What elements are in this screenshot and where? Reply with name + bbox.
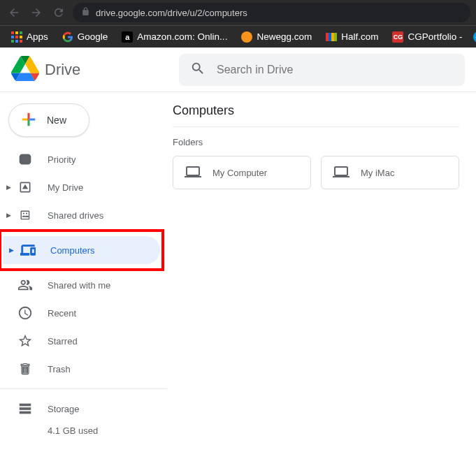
sidebar-item-label: My Drive: [48, 182, 83, 193]
svg-rect-4: [15, 36, 18, 38]
forward-button[interactable]: [28, 4, 45, 21]
sidebar-item-label: Computers: [50, 245, 95, 256]
url-bar[interactable]: drive.google.com/drive/u/2/computers: [73, 3, 470, 22]
mydrive-icon: [17, 179, 34, 196]
content-area: Computers Folders My Computer My iMac: [167, 92, 476, 436]
svg-rect-17: [20, 411, 31, 414]
sidebar: New Priority ▶ My Drive ▶ Shared drives: [0, 92, 167, 436]
search-box[interactable]: [179, 54, 465, 86]
drive-logo-text: Drive: [45, 61, 80, 79]
plus-icon: [19, 110, 38, 131]
svg-rect-10: [329, 33, 331, 41]
sidebar-item-label: Starred: [48, 336, 78, 347]
sidebar-item-trash[interactable]: Trash: [0, 355, 156, 383]
trash-icon: [17, 360, 34, 377]
reload-button[interactable]: [50, 4, 67, 21]
laptop-icon: [333, 163, 349, 182]
svg-point-13: [473, 31, 476, 43]
new-button-label: New: [47, 115, 66, 126]
back-button[interactable]: [6, 4, 22, 21]
svg-rect-7: [15, 40, 18, 43]
sidebar-item-label: Shared drives: [48, 210, 103, 221]
drive-logo-icon: [11, 54, 39, 85]
extension-icon[interactable]: [473, 31, 476, 43]
sidebar-item-storage[interactable]: Storage: [0, 395, 156, 423]
chevron-right-icon[interactable]: ▶: [4, 184, 13, 191]
svg-rect-2: [20, 31, 22, 34]
priority-icon: [17, 151, 34, 168]
svg-rect-0: [11, 31, 14, 34]
sidebar-item-shared-drives[interactable]: ▶ Shared drives: [0, 201, 156, 229]
divider: [0, 388, 167, 389]
bookmark-amazon[interactable]: a Amazon.com: Onlin...: [116, 29, 233, 45]
svg-rect-6: [11, 40, 14, 43]
folder-card[interactable]: My Computer: [173, 156, 311, 189]
sidebar-item-label: Recent: [48, 308, 76, 319]
svg-rect-15: [20, 404, 31, 407]
sidebar-item-shared-with-me[interactable]: Shared with me: [0, 271, 156, 299]
folder-name: My iMac: [361, 168, 394, 178]
bookmarks-bar: Apps Google a Amazon.com: Onlin... Neweg…: [0, 25, 476, 48]
computers-icon: [20, 242, 36, 258]
shared-drives-icon: [17, 207, 34, 224]
svg-rect-11: [331, 33, 334, 41]
sidebar-item-starred[interactable]: Starred: [0, 327, 156, 355]
sidebar-item-label: Priority: [48, 154, 75, 165]
browser-toolbar: drive.google.com/drive/u/2/computers: [0, 0, 476, 25]
bookmark-label: Half.com: [341, 31, 378, 42]
starred-icon: [17, 333, 34, 349]
sidebar-item-mydrive[interactable]: ▶ My Drive: [0, 173, 156, 201]
laptop-icon: [185, 163, 201, 182]
bookmark-cg[interactable]: CG CGPortfolio -: [387, 29, 468, 45]
svg-rect-1: [15, 31, 18, 34]
storage-used-text: 4.1 GB used: [0, 425, 167, 436]
svg-rect-16: [20, 407, 31, 410]
folder-name: My Computer: [212, 168, 267, 178]
lock-icon: [81, 7, 90, 18]
storage-icon: [17, 400, 34, 417]
bookmark-apps[interactable]: Apps: [6, 29, 54, 45]
sidebar-item-label: Trash: [48, 364, 71, 374]
highlight-annotation: ▶ Computers: [0, 229, 164, 271]
drive-header: Drive: [0, 48, 476, 92]
page-title: Computers: [173, 103, 459, 127]
bookmark-label: CGPortfolio -: [408, 31, 462, 42]
amazon-icon: a: [122, 31, 133, 43]
bookmark-label: Newegg.com: [257, 31, 312, 42]
bookmark-label: Google: [78, 31, 108, 42]
half-icon: [326, 31, 337, 43]
chevron-right-icon[interactable]: ▶: [7, 247, 15, 254]
newegg-icon: [241, 31, 252, 43]
search-input[interactable]: [217, 64, 454, 76]
bookmark-label: Apps: [27, 31, 48, 42]
sidebar-item-label: Shared with me: [48, 280, 110, 291]
section-label: Folders: [173, 137, 459, 147]
folder-card[interactable]: My iMac: [321, 156, 459, 189]
google-icon: [62, 31, 73, 43]
svg-rect-5: [20, 36, 22, 38]
svg-rect-3: [11, 36, 14, 38]
bookmark-half[interactable]: Half.com: [320, 29, 384, 45]
svg-rect-9: [326, 33, 329, 41]
sidebar-item-priority[interactable]: Priority: [0, 145, 156, 173]
recent-icon: [17, 305, 34, 321]
svg-rect-12: [334, 33, 337, 41]
cg-icon: CG: [392, 31, 403, 43]
sidebar-item-recent[interactable]: Recent: [0, 299, 156, 327]
bookmark-newegg[interactable]: Newegg.com: [236, 29, 317, 45]
apps-icon: [11, 31, 22, 43]
shared-with-me-icon: [17, 277, 34, 293]
search-icon: [190, 61, 205, 79]
chevron-right-icon[interactable]: ▶: [4, 212, 13, 219]
svg-rect-8: [20, 40, 22, 43]
bookmark-google[interactable]: Google: [57, 29, 114, 45]
new-button[interactable]: New: [8, 103, 89, 137]
drive-logo[interactable]: Drive: [11, 54, 179, 85]
bookmark-label: Amazon.com: Onlin...: [137, 31, 227, 42]
url-text: drive.google.com/drive/u/2/computers: [96, 8, 247, 18]
sidebar-item-label: Storage: [48, 404, 80, 414]
sidebar-item-computers[interactable]: ▶ Computers: [3, 236, 160, 264]
